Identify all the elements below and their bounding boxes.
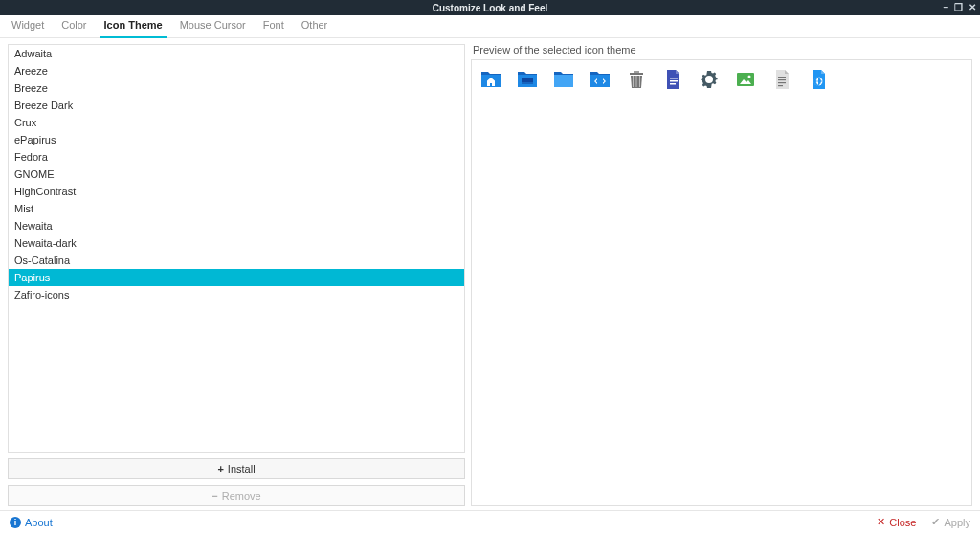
window-controls: – ❐ ✕ [943, 3, 976, 12]
theme-name: Adwaita [14, 48, 52, 59]
tab-label: Color [61, 19, 86, 31]
main-content: Adwaita Areeze Breeze Breeze Dark Crux e… [0, 38, 980, 510]
list-item[interactable]: Newaita-dark [9, 234, 464, 252]
list-item[interactable]: Mist [9, 200, 464, 217]
minus-icon: − [212, 490, 217, 501]
settings-gear-icon [698, 68, 721, 91]
info-icon: i [10, 517, 21, 528]
about-label: About [25, 517, 53, 528]
svg-point-7 [748, 76, 751, 78]
list-item[interactable]: Areeze [9, 62, 464, 79]
list-item[interactable]: ePapirus [9, 131, 464, 148]
apply-label: Apply [944, 517, 970, 528]
theme-name: Crux [14, 117, 36, 128]
list-item[interactable]: HighContrast [9, 183, 464, 200]
theme-name: Mist [14, 203, 33, 214]
install-button[interactable]: + Install [8, 458, 465, 479]
trash-icon [625, 68, 648, 91]
footer: i About ✕ Close ✔ Apply [0, 510, 980, 533]
theme-name: GNOME [14, 168, 55, 180]
preview-icon-row [479, 68, 964, 91]
list-item[interactable]: Crux [9, 114, 464, 131]
theme-name: Fedora [14, 151, 48, 163]
remove-label: Remove [222, 490, 261, 501]
window-title: Customize Look and Feel [433, 3, 548, 13]
tab-bar: Widget Color Icon Theme Mouse Cursor Fon… [0, 15, 980, 38]
titlebar: Customize Look and Feel – ❐ ✕ [0, 0, 980, 15]
apply-button: ✔ Apply [931, 516, 970, 528]
close-icon[interactable]: ✕ [969, 3, 976, 12]
theme-name: Areeze [14, 65, 48, 77]
theme-name: Newaita-dark [14, 237, 77, 249]
svg-rect-1 [522, 82, 533, 84]
check-icon: ✔ [931, 516, 940, 528]
user-home-folder-icon [479, 68, 502, 91]
install-label: Install [228, 463, 256, 475]
minimize-icon[interactable]: – [943, 3, 948, 12]
tab-mouse-cursor[interactable]: Mouse Cursor [176, 15, 250, 38]
theme-list[interactable]: Adwaita Areeze Breeze Breeze Dark Crux e… [8, 44, 465, 453]
svg-rect-9 [778, 79, 786, 80]
list-item[interactable]: Adwaita [9, 45, 464, 62]
svg-rect-10 [778, 82, 786, 83]
right-pane: Preview of the selected icon theme [471, 44, 972, 506]
list-item[interactable]: Os-Catalina [9, 252, 464, 269]
image-icon [734, 68, 757, 91]
document-icon [661, 68, 684, 91]
theme-name: Breeze Dark [14, 100, 73, 111]
tab-font[interactable]: Font [259, 15, 288, 38]
html-globe-icon [807, 68, 830, 91]
theme-name: Os-Catalina [14, 255, 70, 266]
svg-rect-3 [670, 80, 678, 82]
tab-icon-theme[interactable]: Icon Theme [100, 15, 167, 38]
svg-rect-4 [670, 83, 676, 85]
preview-box [471, 59, 972, 506]
list-item[interactable]: Breeze Dark [9, 97, 464, 114]
theme-name: ePapirus [14, 134, 56, 145]
code-folder-icon [589, 68, 612, 91]
plus-icon: + [217, 463, 223, 475]
tab-label: Mouse Cursor [180, 19, 246, 31]
tab-widget[interactable]: Widget [8, 15, 48, 38]
remove-button: − Remove [8, 485, 465, 506]
tab-label: Widget [11, 19, 44, 31]
close-x-icon: ✕ [877, 516, 885, 528]
list-item[interactable]: Newaita [9, 217, 464, 234]
theme-name: Zafiro-icons [14, 289, 69, 300]
list-item[interactable]: GNOME [9, 166, 464, 183]
list-item[interactable]: Fedora [9, 148, 464, 166]
list-item[interactable]: Zafiro-icons [9, 286, 464, 303]
close-label: Close [889, 517, 916, 528]
theme-name: HighContrast [14, 186, 76, 197]
left-pane: Adwaita Areeze Breeze Breeze Dark Crux e… [8, 44, 465, 506]
desktop-folder-icon [516, 68, 539, 91]
restore-icon[interactable]: ❐ [954, 3, 963, 12]
tab-label: Font [263, 19, 284, 31]
list-item[interactable]: Breeze [9, 79, 464, 97]
tab-label: Other [301, 19, 328, 31]
svg-rect-11 [778, 85, 783, 86]
tab-color[interactable]: Color [57, 15, 90, 38]
list-item-selected[interactable]: Papirus [9, 269, 464, 286]
about-button[interactable]: i About [10, 517, 53, 528]
tab-other[interactable]: Other [298, 15, 332, 38]
tab-label: Icon Theme [104, 19, 163, 31]
folder-icon [552, 68, 575, 91]
svg-rect-8 [778, 77, 786, 78]
theme-name: Newaita [14, 220, 53, 232]
text-file-icon [770, 68, 793, 91]
svg-rect-2 [670, 78, 678, 79]
theme-name: Papirus [14, 272, 50, 283]
close-button[interactable]: ✕ Close [877, 516, 916, 528]
preview-label: Preview of the selected icon theme [471, 44, 972, 59]
theme-name: Breeze [14, 82, 48, 94]
